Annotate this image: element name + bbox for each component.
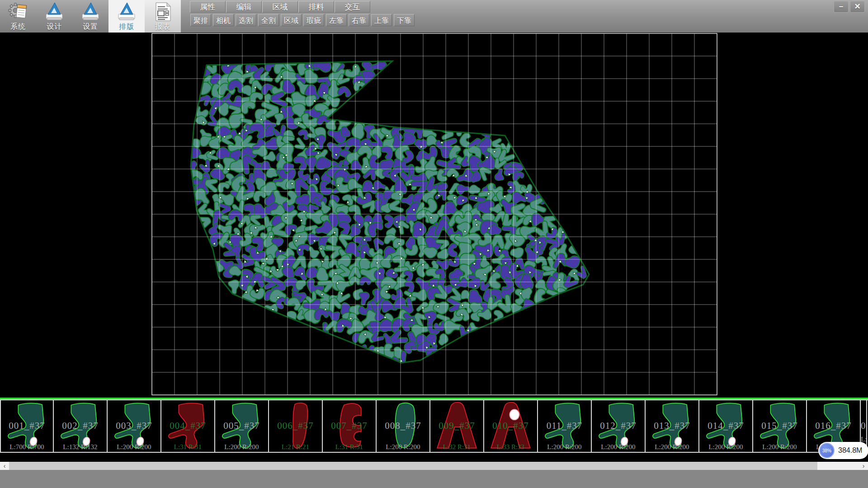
piece-thumbnail-001_#37[interactable]: 001_#37L:700 R:700 xyxy=(0,400,54,452)
launcher-system-label: 系统 xyxy=(10,22,26,32)
tool-button-cut-all[interactable]: 全割 xyxy=(258,14,279,26)
launcher-design-button[interactable]: 设计 xyxy=(36,0,72,33)
pieces-tray: 001_#37L:700 R:700002_#37L:132 R:132003_… xyxy=(0,399,868,453)
horizontal-scrollbar[interactable]: ‹ › xyxy=(0,462,868,470)
menu-tab-properties[interactable]: 属性 xyxy=(190,1,226,13)
launcher-report-button[interactable]: 报表 xyxy=(145,0,181,33)
scroll-right-icon[interactable]: › xyxy=(859,462,868,470)
piece-lr-label: L:21 R:21 xyxy=(269,443,322,451)
piece-id-label: 002_#37 xyxy=(54,420,107,432)
piece-thumbnail-005_#37[interactable]: 005_#37L:200 R:200 xyxy=(215,400,269,452)
piece-thumbnail-003_#37[interactable]: 003_#37L:200 R:200 xyxy=(108,400,161,452)
tool-button-select-cut[interactable]: 选割 xyxy=(236,14,256,26)
scroll-left-icon[interactable]: ‹ xyxy=(0,462,9,470)
memory-percent: 38% xyxy=(822,448,831,453)
piece-thumbnail-011_#37[interactable]: 011_#37L:200 R:200 xyxy=(538,400,592,452)
piece-id-label: 012_#37 xyxy=(592,420,645,432)
piece-id-label: 010_#37 xyxy=(484,420,537,432)
piece-id-label: 003_#37 xyxy=(108,420,160,432)
launcher-setup-label: 设置 xyxy=(83,22,98,32)
piece-lr-label: L:200 R:200 xyxy=(215,443,268,451)
menu-tab-region[interactable]: 区域 xyxy=(262,1,298,13)
nesting-canvas[interactable] xyxy=(0,33,868,398)
piece-lr-label: L:200 R:200 xyxy=(699,443,752,451)
piece-thumbnail-014_#37[interactable]: 014_#37L:200 R:200 xyxy=(699,400,753,452)
piece-lr-label: L:200 R:200 xyxy=(108,443,160,451)
minimize-button[interactable]: – xyxy=(834,1,849,13)
piece-lr-label: L:31 R:31 xyxy=(161,443,214,451)
settings-ruler-icon xyxy=(80,1,101,22)
launcher-layout-label: 排版 xyxy=(119,22,134,32)
tool-button-snap-up[interactable]: 上靠 xyxy=(371,14,392,26)
piece-lr-label: L:200 R:200 xyxy=(646,443,698,451)
piece-lr-label: L:200 R:200 xyxy=(538,443,591,451)
piece-id-label: 006_#37 xyxy=(269,420,322,432)
launcher-system-button[interactable]: 系统 xyxy=(0,0,36,33)
piece-id-label: 009_#37 xyxy=(430,420,483,432)
piece-id-label: 017_#37 xyxy=(861,420,866,432)
launcher-layout-button[interactable]: 排版 xyxy=(108,0,145,33)
piece-lr-label: L:200 R:200 xyxy=(753,443,806,451)
tool-button-cluster-nest[interactable]: 聚排 xyxy=(190,14,211,26)
piece-id-label: 016_#37 xyxy=(807,420,860,432)
piece-id-label: 005_#37 xyxy=(215,420,268,432)
tool-button-defect[interactable]: 瑕疵 xyxy=(303,14,324,26)
memory-percent-indicator: 38% xyxy=(819,443,835,458)
scrollbar-thumb[interactable] xyxy=(9,462,817,470)
piece-lr-label: L:200 R:200 xyxy=(592,443,645,451)
piece-id-label: 008_#37 xyxy=(377,420,429,432)
launcher-design-label: 设计 xyxy=(47,22,62,32)
piece-thumbnail-004_#37[interactable]: 004_#37L:31 R:31 xyxy=(161,400,215,452)
piece-id-label: 001_#37 xyxy=(1,420,53,432)
menu-tab-interact[interactable]: 交互 xyxy=(335,1,370,13)
piece-id-label: 013_#37 xyxy=(646,420,698,432)
piece-thumbnail-002_#37[interactable]: 002_#37L:132 R:132 xyxy=(54,400,108,452)
piece-lr-label: L:200 R:200 xyxy=(377,443,429,451)
piece-lr-label: L:31 R:31 xyxy=(323,443,376,451)
piece-thumbnail-012_#37[interactable]: 012_#37L:200 R:200 xyxy=(592,400,646,452)
memory-badge: 38% 384.8M xyxy=(818,442,868,459)
piece-thumbnail-015_#37[interactable]: 015_#37L:200 R:200 xyxy=(753,400,807,452)
close-button[interactable]: ✕ xyxy=(850,1,865,13)
app-toolbar: 系统设计设置排版报表 属性编辑区域排料交互 聚排相机选割全割区域瑕疵左靠右靠上靠… xyxy=(0,0,868,33)
piece-lr-label: L:33 R:33 xyxy=(484,443,537,451)
piece-thumbnail-006_#37[interactable]: 006_#37L:21 R:21 xyxy=(269,400,323,452)
piece-thumbnail-009_#37[interactable]: 009_#37L:32 R:31 xyxy=(430,400,484,452)
status-bar xyxy=(0,470,868,488)
piece-thumbnail-008_#37[interactable]: 008_#37L:200 R:200 xyxy=(377,400,430,452)
piece-id-label: 004_#37 xyxy=(161,420,214,432)
piece-id-label: 014_#37 xyxy=(699,420,752,432)
menu-tab-nesting[interactable]: 排料 xyxy=(298,1,334,13)
tool-button-snap-left[interactable]: 左靠 xyxy=(326,14,347,26)
piece-lr-label: L:700 R:700 xyxy=(1,443,53,451)
piece-thumbnail-013_#37[interactable]: 013_#37L:200 R:200 xyxy=(646,400,699,452)
tool-button-snap-down[interactable]: 下靠 xyxy=(394,14,415,26)
layout-ruler-icon xyxy=(116,1,137,22)
piece-thumbnail-007_#37[interactable]: 007_#37L:31 R:31 xyxy=(323,400,377,452)
menu-tab-edit[interactable]: 编辑 xyxy=(226,1,262,13)
piece-id-label: 011_#37 xyxy=(538,420,591,432)
piece-thumbnail-010_#37[interactable]: 010_#37L:33 R:33 xyxy=(484,400,538,452)
piece-lr-label: L:32 R:31 xyxy=(430,443,483,451)
system-gear-icon xyxy=(8,1,28,22)
tool-button-region[interactable]: 区域 xyxy=(281,14,302,26)
launcher-report-label: 报表 xyxy=(155,22,170,32)
piece-lr-label: L:132 R:132 xyxy=(54,443,107,451)
piece-id-label: 007_#37 xyxy=(323,420,376,432)
report-doc-icon xyxy=(152,1,173,22)
tool-button-snap-right[interactable]: 右靠 xyxy=(349,14,369,26)
piece-id-label: 015_#37 xyxy=(753,420,806,432)
tool-button-camera[interactable]: 相机 xyxy=(213,14,234,26)
launcher-setup-button[interactable]: 设置 xyxy=(72,0,108,33)
memory-value: 384.8M xyxy=(838,446,862,455)
design-ruler-icon xyxy=(44,1,65,22)
